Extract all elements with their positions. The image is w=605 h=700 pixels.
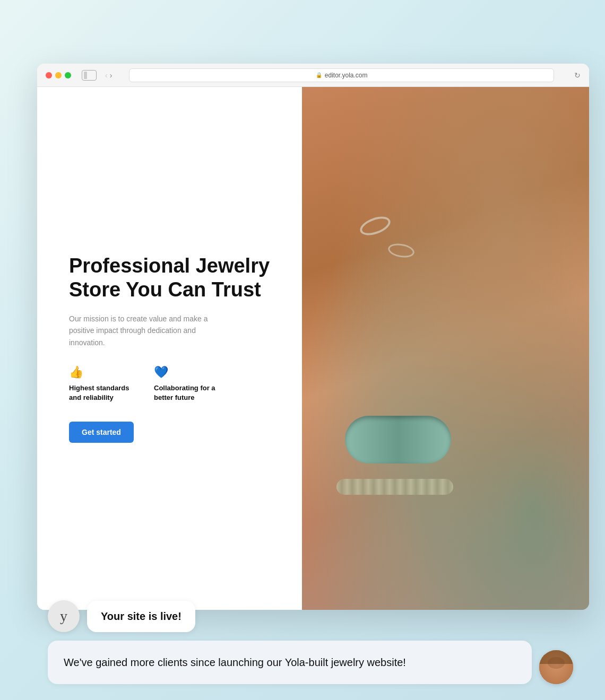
testimonial-bubble: We've gained more clients since launchin… — [48, 641, 532, 684]
chat-row-1: y Your site is live! — [48, 600, 578, 632]
user-avatar-face — [539, 650, 573, 684]
user-avatar — [539, 650, 573, 684]
features-row: Highest standards and reliability Collab… — [69, 365, 275, 402]
hero-description: Our mission is to create value and make … — [69, 313, 218, 348]
yola-avatar-letter: y — [60, 608, 67, 625]
jewelry-overlay — [302, 87, 589, 610]
back-arrow[interactable]: ‹ — [105, 72, 108, 79]
left-panel: Professional Jewelry Store You Can Trust… — [37, 87, 302, 610]
maximize-button[interactable] — [65, 72, 71, 78]
site-live-bubble: Your site is live! — [87, 601, 195, 632]
get-started-button[interactable]: Get started — [69, 422, 134, 443]
sidebar-icon — [84, 72, 87, 79]
url-text: editor.yola.com — [325, 72, 368, 79]
right-panel — [302, 87, 589, 610]
feature-1-label: Highest standards and reliability — [69, 383, 133, 402]
address-bar[interactable]: 🔒 editor.yola.com — [129, 68, 554, 82]
chat-overlay: y Your site is live! We've gained more c… — [37, 600, 589, 684]
reload-button[interactable]: ↻ — [574, 71, 581, 80]
close-button[interactable] — [46, 72, 52, 78]
ring-band-element — [336, 479, 453, 495]
feature-item-2: Collaborating for a better future — [154, 365, 218, 402]
heart-icon — [154, 365, 218, 379]
website-content: Professional Jewelry Store You Can Trust… — [37, 87, 589, 610]
bracelet-element — [345, 416, 451, 463]
chat-row-2: We've gained more clients since launchin… — [48, 641, 578, 684]
minimize-button[interactable] — [55, 72, 62, 78]
jewelry-image — [302, 87, 589, 610]
browser-window: ‹ › 🔒 editor.yola.com ↻ Professional Jew… — [37, 64, 589, 610]
thumbs-up-icon — [69, 365, 133, 379]
forward-arrow[interactable]: › — [110, 72, 113, 79]
traffic-lights — [46, 72, 71, 78]
feature-item-1: Highest standards and reliability — [69, 365, 133, 402]
lock-icon: 🔒 — [316, 72, 322, 78]
sidebar-toggle[interactable] — [82, 70, 97, 81]
hero-title: Professional Jewelry Store You Can Trust — [69, 254, 275, 302]
yola-avatar: y — [48, 600, 80, 632]
feature-2-label: Collaborating for a better future — [154, 383, 218, 402]
nav-arrows: ‹ › — [105, 72, 112, 79]
browser-chrome: ‹ › 🔒 editor.yola.com ↻ — [37, 64, 589, 87]
